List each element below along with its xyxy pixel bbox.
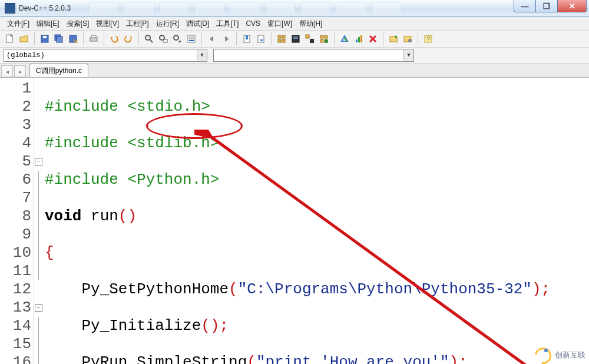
svg-rect-20 (278, 35, 281, 38)
menu-project[interactable]: 工程[P] (123, 18, 153, 30)
line-number-gutter: 1 2 3 4 5 6 7 8 9 10 11 12 13 14 15 16 (0, 78, 34, 364)
save-as-icon[interactable] (67, 32, 80, 45)
menu-window[interactable]: 窗口[W] (264, 18, 296, 30)
redo-icon[interactable] (122, 32, 135, 45)
toolbar-separator (83, 32, 84, 45)
close-button[interactable]: ✕ (558, 0, 587, 12)
toolbar-separator (383, 32, 383, 45)
tab-scroll-right-icon[interactable]: ▸ (14, 65, 26, 77)
svg-rect-28 (320, 35, 323, 38)
svg-rect-4 (57, 37, 62, 42)
watermark-text: 创新互联 (555, 346, 585, 364)
code-editor[interactable]: 1 2 3 4 5 6 7 8 9 10 11 12 13 14 15 16 −… (0, 78, 589, 364)
file-tab[interactable]: C调用python.c (29, 64, 88, 77)
menu-help[interactable]: 帮助[H] (296, 18, 326, 30)
svg-point-32 (325, 39, 328, 43)
svg-point-40 (408, 39, 412, 42)
svg-rect-2 (43, 36, 47, 38)
goto-line-icon[interactable] (185, 32, 198, 45)
debug-icon[interactable] (338, 32, 351, 45)
rebuild-icon[interactable] (317, 32, 330, 45)
bookmark-next-icon[interactable] (254, 32, 267, 45)
toolbar-separator (104, 32, 104, 45)
maximize-button[interactable]: ❐ (536, 0, 558, 12)
svg-rect-7 (91, 35, 96, 38)
toolbar-separator (138, 32, 139, 45)
open-file-icon[interactable] (18, 32, 31, 45)
undo-icon[interactable] (108, 32, 121, 45)
svg-rect-22 (278, 39, 281, 42)
run-icon[interactable] (289, 32, 302, 45)
project-options-icon[interactable] (401, 32, 414, 45)
svg-rect-19 (258, 35, 264, 42)
svg-text:?: ? (426, 35, 430, 42)
svg-rect-23 (282, 39, 285, 42)
back-icon[interactable] (206, 32, 219, 45)
menu-tools[interactable]: 工具[T] (213, 18, 242, 30)
svg-rect-26 (306, 35, 309, 38)
menubar: 文件[F] 编辑[E] 搜索[S] 视图[V] 工程[P] 运行[R] 调试[D… (0, 17, 589, 31)
compile-icon[interactable] (275, 32, 288, 45)
tab-scroll-left-icon[interactable]: ◂ (1, 65, 13, 77)
toolbar: ? (0, 31, 589, 48)
window-controls: — ❐ ✕ (514, 0, 587, 12)
toolbar-separator (418, 32, 418, 45)
delete-icon[interactable] (366, 32, 379, 45)
window-title: Dev-C++ 5.2.0.3 (19, 4, 71, 12)
titlebar: Dev-C++ 5.2.0.3 — ❐ ✕ (0, 0, 589, 17)
chevron-down-icon: ▼ (197, 50, 207, 61)
help-icon[interactable]: ? (422, 32, 435, 45)
svg-rect-30 (320, 39, 323, 42)
fold-toggle-icon[interactable]: − (35, 158, 42, 166)
bookmark-icon[interactable] (240, 32, 253, 45)
symbol-combobox[interactable]: ▼ (213, 49, 414, 62)
toolbar-separator (334, 32, 335, 45)
toolbar-separator (236, 32, 237, 45)
save-all-icon[interactable] (52, 32, 65, 45)
forward-icon[interactable] (220, 32, 233, 45)
toolbar-separator (271, 32, 272, 45)
svg-rect-34 (358, 37, 360, 42)
svg-point-12 (174, 35, 178, 40)
svg-point-8 (145, 35, 150, 40)
code-content[interactable]: #include <stdio.h> #include <stdlib.h> #… (42, 78, 589, 364)
watermark: 创新互联 (535, 346, 585, 364)
app-icon (5, 3, 15, 14)
svg-rect-25 (293, 37, 298, 39)
background-browser-tabs (88, 2, 402, 14)
svg-line-9 (150, 39, 153, 42)
menu-file[interactable]: 文件[F] (4, 18, 33, 30)
replace-icon[interactable] (157, 32, 170, 45)
file-tab-label: C调用python.c (36, 66, 82, 76)
scope-combobox[interactable]: (globals) ▼ (4, 49, 207, 62)
chevron-down-icon: ▼ (403, 50, 413, 61)
menu-cvs[interactable]: CVS (242, 18, 264, 29)
print-icon[interactable] (87, 32, 100, 45)
fold-toggle-icon[interactable]: − (35, 304, 42, 312)
minimize-button[interactable]: — (514, 0, 536, 12)
save-icon[interactable] (38, 32, 51, 45)
svg-rect-6 (90, 38, 97, 41)
compile-run-icon[interactable] (303, 32, 316, 45)
svg-rect-29 (325, 35, 327, 38)
toolbar-separator (201, 32, 202, 45)
svg-rect-21 (282, 35, 285, 38)
menu-view[interactable]: 视图[V] (92, 18, 123, 30)
svg-rect-11 (164, 39, 167, 42)
menu-run[interactable]: 运行[R] (153, 18, 183, 30)
menu-search[interactable]: 搜索[S] (63, 18, 93, 30)
menu-edit[interactable]: 编辑[E] (33, 18, 63, 30)
toolbar-separator (34, 32, 35, 45)
find-next-icon[interactable] (171, 32, 184, 45)
fold-gutter: − − (34, 78, 42, 364)
find-icon[interactable] (143, 32, 155, 45)
file-tabstrip: ◂ ▸ C调用python.c (0, 64, 589, 78)
menu-debug[interactable]: 调试[D] (183, 18, 213, 30)
scope-value: (globals) (6, 51, 45, 59)
svg-rect-27 (310, 39, 314, 43)
profile-icon[interactable] (352, 32, 365, 45)
new-file-icon[interactable] (4, 32, 16, 45)
new-project-icon[interactable] (387, 32, 400, 45)
scope-dropdown-row: (globals) ▼ ▼ (0, 48, 589, 64)
svg-rect-33 (356, 39, 358, 42)
